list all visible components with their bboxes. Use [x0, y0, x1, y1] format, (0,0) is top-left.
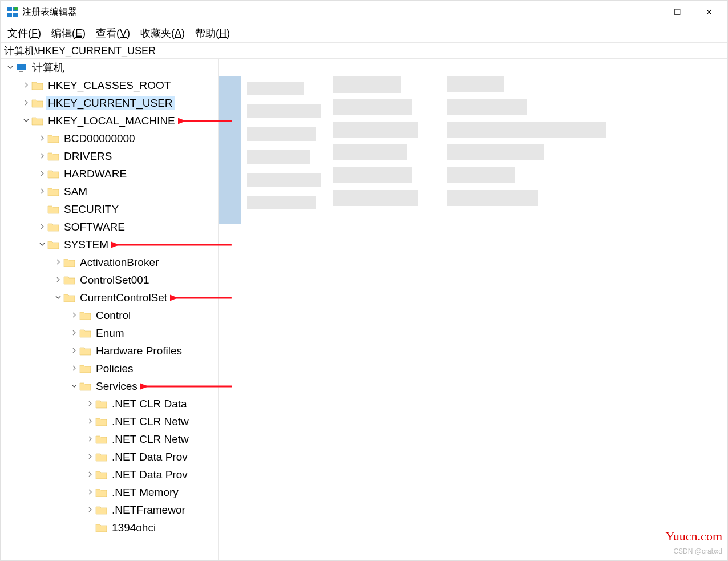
tree-item-label: BCD00000000	[62, 132, 137, 146]
collapse-icon[interactable]	[37, 241, 47, 249]
svg-point-4	[14, 7, 18, 10]
menu-file[interactable]: 文件(F)	[7, 26, 41, 40]
tree-pane[interactable]: 计算机HKEY_CLASSES_ROOTHKEY_CURRENT_USERHKE…	[1, 59, 219, 560]
collapse-icon[interactable]	[5, 64, 15, 72]
expand-icon[interactable]	[69, 329, 79, 337]
tree-item-label: HKEY_LOCAL_MACHINE	[46, 114, 177, 128]
tree-item-services[interactable]: Services	[1, 377, 218, 395]
expand-icon[interactable]	[85, 400, 95, 408]
tree-item-label: ControlSet001	[78, 273, 151, 287]
tree-item--netframewor[interactable]: .NETFramewor	[1, 501, 218, 519]
tree-item-hkey-classes-root[interactable]: HKEY_CLASSES_ROOT	[1, 76, 218, 94]
folder-icon	[79, 328, 92, 339]
folder-icon	[47, 239, 60, 251]
list-pane[interactable]: 名称 类型	[219, 59, 727, 560]
menu-help[interactable]: 帮助(H)	[195, 26, 230, 40]
collapse-icon[interactable]	[21, 117, 31, 125]
tree-item-label: .NET CLR Netw	[110, 415, 191, 429]
collapse-icon[interactable]	[69, 382, 79, 390]
tree-item-hardware[interactable]: HARDWARE	[1, 165, 218, 183]
expand-icon[interactable]	[53, 259, 63, 267]
folder-icon	[63, 257, 76, 268]
menu-view[interactable]: 查看(V)	[96, 26, 130, 40]
tree-item-enum[interactable]: Enum	[1, 324, 218, 342]
tree-item-system[interactable]: SYSTEM	[1, 236, 218, 253]
svg-rect-2	[7, 13, 12, 17]
expand-icon[interactable]	[85, 506, 95, 514]
tree-item--net-clr-netw[interactable]: .NET CLR Netw	[1, 413, 218, 430]
expand-icon[interactable]	[37, 152, 47, 160]
tree-item--net-data-prov[interactable]: .NET Data Prov	[1, 466, 218, 483]
expand-icon[interactable]	[85, 453, 95, 461]
expand-icon[interactable]	[69, 365, 79, 373]
expand-icon[interactable]	[85, 418, 95, 426]
tree-item-controlset001[interactable]: ControlSet001	[1, 271, 218, 289]
tree-item-drivers[interactable]: DRIVERS	[1, 147, 218, 165]
expand-icon[interactable]	[69, 312, 79, 320]
tree-item-label: SAM	[62, 185, 89, 199]
tree-item-hkey-current-user[interactable]: HKEY_CURRENT_USER	[1, 94, 218, 112]
tree-item-currentcontrolset[interactable]: CurrentControlSet	[1, 289, 218, 306]
folder-icon	[47, 204, 60, 215]
expand-icon[interactable]	[37, 188, 47, 196]
folder-icon	[95, 505, 108, 516]
folder-icon	[63, 292, 76, 304]
folder-icon	[79, 310, 92, 321]
folder-icon	[95, 522, 108, 534]
folder-icon	[31, 80, 44, 91]
tree-item-label: HARDWARE	[62, 167, 128, 181]
menu-edit[interactable]: 编辑(E)	[51, 26, 86, 40]
tree-item-activationbroker[interactable]: ActivationBroker	[1, 253, 218, 271]
folder-icon	[47, 221, 60, 233]
tree-item-hkey-local-machine[interactable]: HKEY_LOCAL_MACHINE	[1, 112, 218, 130]
menubar: 文件(F) 编辑(E) 查看(V) 收藏夹(A) 帮助(H)	[1, 23, 727, 43]
close-button[interactable]: ✕	[693, 1, 725, 23]
tree-item-security[interactable]: SECURITY	[1, 200, 218, 218]
tree-item--net-memory[interactable]: .NET Memory	[1, 483, 218, 501]
tree-item-bcd00000000[interactable]: BCD00000000	[1, 130, 218, 147]
collapse-icon[interactable]	[53, 294, 63, 302]
tree-item-label: .NET Data Prov	[110, 468, 189, 482]
tree-item--net-clr-netw[interactable]: .NET CLR Netw	[1, 430, 218, 448]
address-bar[interactable]: 计算机\HKEY_CURRENT_USER	[1, 43, 727, 59]
tree-item-control[interactable]: Control	[1, 306, 218, 324]
tree-item--net-data-prov[interactable]: .NET Data Prov	[1, 448, 218, 466]
tree-item-hardware-profiles[interactable]: Hardware Profiles	[1, 342, 218, 360]
registry-editor-window: 注册表编辑器 — ☐ ✕ 文件(F) 编辑(E) 查看(V) 收藏夹(A) 帮助…	[0, 0, 728, 561]
minimize-button[interactable]: —	[629, 1, 661, 23]
tree-item-label: DRIVERS	[62, 150, 114, 163]
expand-icon[interactable]	[69, 347, 79, 355]
folder-icon	[31, 98, 44, 109]
folder-icon	[47, 133, 60, 144]
expand-icon[interactable]	[37, 223, 47, 231]
tree-item-label: Services	[94, 380, 139, 393]
maximize-button[interactable]: ☐	[661, 1, 693, 23]
expand-icon[interactable]	[85, 489, 95, 497]
tree-item-label: HKEY_CLASSES_ROOT	[46, 79, 172, 92]
expand-icon[interactable]	[85, 471, 95, 479]
tree-item--net-clr-data[interactable]: .NET CLR Data	[1, 395, 218, 413]
folder-icon	[47, 168, 60, 180]
tree-item-1394ohci[interactable]: 1394ohci	[1, 519, 218, 536]
tree-item-label: .NET CLR Data	[110, 397, 189, 411]
tree-item-label: Enum	[94, 326, 126, 340]
menu-favorites[interactable]: 收藏夹(A)	[140, 26, 185, 40]
tree-item-label: Hardware Profiles	[94, 344, 184, 358]
expand-icon[interactable]	[37, 135, 47, 143]
expand-icon[interactable]	[37, 170, 47, 178]
tree-item--[interactable]: 计算机	[1, 59, 218, 76]
tree-item-policies[interactable]: Policies	[1, 360, 218, 377]
tree-item-software[interactable]: SOFTWARE	[1, 218, 218, 236]
expand-icon[interactable]	[21, 99, 31, 107]
watermark: Yuucn.com	[665, 529, 722, 544]
expand-icon[interactable]	[85, 435, 95, 443]
window-title: 注册表编辑器	[22, 6, 629, 18]
tree-item-label: SYSTEM	[62, 238, 110, 252]
folder-icon	[79, 363, 92, 374]
tree-item-label: 计算机	[30, 60, 66, 76]
app-icon	[7, 7, 18, 17]
folder-icon	[95, 416, 108, 427]
expand-icon[interactable]	[53, 276, 63, 284]
tree-item-sam[interactable]: SAM	[1, 183, 218, 200]
expand-icon[interactable]	[21, 82, 31, 90]
